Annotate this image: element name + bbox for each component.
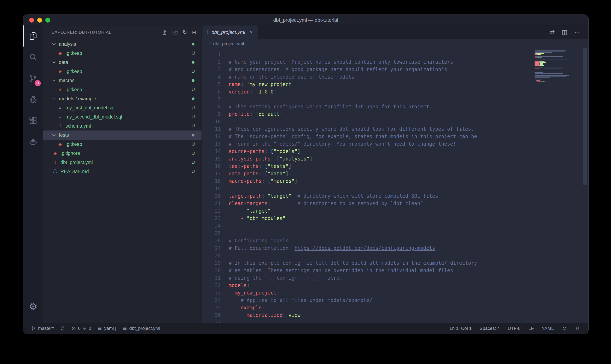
git-untracked-badge: U (192, 87, 195, 92)
tab-bar: ! dbt_project.yml × ⇄ ◫ ⋯ (202, 26, 588, 39)
code-line: clean-targets: # directories to be remov… (229, 200, 588, 207)
git-file-icon: ◈ (52, 151, 58, 155)
git-file-icon: ◈ (57, 142, 63, 146)
indentation-indicator[interactable]: Spaces: 4 (479, 326, 500, 331)
activity-settings[interactable]: ⚙ (23, 296, 43, 317)
scrollbar-thumb[interactable] (583, 48, 587, 185)
close-tab-icon[interactable]: × (250, 29, 253, 35)
git-untracked-badge: U (192, 51, 195, 56)
debug-icon (28, 95, 38, 104)
tree-item-label: schema.yml (66, 123, 91, 129)
line-number: 1 (202, 51, 221, 58)
minimap[interactable] (535, 50, 571, 83)
tree-file-gitkeep[interactable]: ◈.gitkeepU (43, 140, 202, 149)
code-line: - "dbt_modules" (229, 215, 588, 222)
minimize-window-button[interactable] (37, 18, 42, 23)
code-line: macro-paths: ["macros"] (229, 177, 588, 185)
git-untracked-badge: U (192, 160, 195, 165)
activity-extensions[interactable] (23, 110, 43, 131)
cursor-position[interactable]: Ln 1, Col 1 (450, 326, 472, 331)
line-numbers: 1234567891011121314151617181920212223242… (202, 48, 229, 323)
tab-label: dbt_project.yml (211, 29, 245, 35)
encoding-indicator[interactable]: UTF-8 (508, 326, 520, 331)
activity-explorer[interactable] (23, 26, 43, 47)
line-number: 29 (202, 259, 221, 267)
tree-folder-models-example[interactable]: models / example (43, 94, 202, 103)
tree-item-label: dbt_project.yml (60, 160, 93, 165)
branch-indicator[interactable]: master* (31, 326, 54, 331)
close-window-button[interactable] (29, 18, 34, 23)
git-untracked-badge: U (192, 151, 195, 156)
line-number: 15 (202, 155, 221, 163)
warnings-icon: ⚠ (83, 326, 87, 331)
code-line: # The `source-paths` config, for example… (229, 133, 588, 140)
tree-file-gitkeep[interactable]: ◈.gitkeepU (43, 85, 202, 94)
chevron-down-icon (52, 78, 56, 82)
language-mode[interactable]: YAML (542, 326, 554, 331)
sql-file-icon: ≡ (57, 105, 63, 110)
git-status-dot (192, 61, 194, 64)
code-line: version: '1.0.0' (229, 88, 588, 96)
tree-file-schema-yml[interactable]: !schema.ymlU (43, 121, 202, 130)
info-file-icon: ⓘ (52, 169, 58, 174)
tree-file-gitkeep[interactable]: ◈.gitkeepU (43, 49, 202, 58)
file-tree: analysis◈.gitkeepUdata◈.gitkeepUmacros◈.… (43, 39, 202, 323)
tree-file-gitignore[interactable]: ◈.gitignoreU (43, 149, 202, 158)
line-number: 35 (202, 304, 221, 312)
tree-folder-tests[interactable]: tests (43, 130, 202, 140)
refresh-icon[interactable]: ↻ (182, 30, 187, 35)
tree-item-label: models / example (59, 96, 96, 102)
line-number: 30 (202, 267, 221, 274)
line-number: 24 (202, 222, 221, 230)
line-number: 32 (202, 282, 221, 289)
activity-debug[interactable] (23, 89, 43, 110)
code-line (229, 230, 588, 237)
open-changes-icon[interactable]: ⇄ (550, 29, 555, 36)
titlebar: dbt_project.yml — dbt-tutorial (23, 15, 588, 26)
line-number: 2 (202, 58, 221, 66)
tree-folder-analysis[interactable]: analysis (43, 39, 202, 49)
collapse-all-icon[interactable]: ⊟ (192, 30, 196, 35)
new-folder-icon[interactable] (172, 29, 178, 35)
git-status-dot (192, 79, 194, 82)
line-number: 34 (202, 297, 221, 304)
code-line: # using the `{{ config(...) }}` macro. (229, 274, 588, 282)
breadcrumb-warning-icon: ! (209, 41, 211, 47)
branch-name: master* (38, 326, 54, 331)
chevron-down-icon (52, 42, 56, 45)
feedback-smiley-icon[interactable]: ☺ (561, 326, 567, 331)
tree-folder-data[interactable]: data (43, 58, 202, 67)
activity-search[interactable] (23, 47, 43, 68)
code-editor[interactable]: 1234567891011121314151617181920212223242… (202, 48, 588, 323)
yaml-extension-status[interactable]: yaml | (97, 326, 116, 331)
breadcrumb[interactable]: ! dbt_project.yml (202, 39, 588, 48)
code-line: # These configurations specify where dbt… (229, 125, 588, 133)
tree-file-my-first-dbt-model-sql[interactable]: ≡my_first_dbt_model.sqlU (43, 103, 202, 112)
tree-file-readme-md[interactable]: ⓘREADME.mdU (43, 167, 202, 176)
eol-indicator[interactable]: LF (528, 326, 534, 331)
tree-file-gitkeep[interactable]: ◈.gitkeepU (43, 67, 202, 76)
more-actions-icon[interactable]: ⋯ (574, 29, 580, 36)
active-file-status[interactable]: dbt_project.yml (122, 326, 160, 331)
line-number: 25 (202, 230, 221, 237)
code-line: example: (229, 304, 588, 312)
problems-indicator[interactable]: 0 ⚠ 0 (71, 326, 91, 331)
tree-file-my-second-dbt-model-sql[interactable]: ≡my_second_dbt_model.sqlU (43, 112, 202, 121)
tab-dbt-project-yml[interactable]: ! dbt_project.yml × (202, 26, 259, 39)
new-file-icon[interactable] (162, 29, 167, 35)
line-number: 21 (202, 200, 221, 207)
line-number: 16 (202, 163, 221, 170)
scm-badge: 11 (35, 80, 41, 86)
line-number: 4 (202, 73, 221, 81)
status-bar: master* 0 ⚠ 0 yaml | (23, 323, 588, 334)
tree-file-dbt-project-yml[interactable]: !dbt_project.ymlU (43, 158, 202, 167)
notifications-bell-icon[interactable] (575, 326, 580, 331)
sync-button[interactable] (60, 326, 65, 331)
split-editor-icon[interactable]: ◫ (562, 29, 567, 36)
warn-file-icon: ! (57, 124, 63, 128)
zoom-window-button[interactable] (45, 18, 50, 23)
tree-folder-macros[interactable]: macros (43, 76, 202, 85)
vscode-window: dbt_project.yml — dbt-tutorial 11 (23, 14, 589, 334)
activity-docker[interactable] (23, 131, 43, 152)
activity-source-control[interactable]: 11 (23, 68, 43, 89)
